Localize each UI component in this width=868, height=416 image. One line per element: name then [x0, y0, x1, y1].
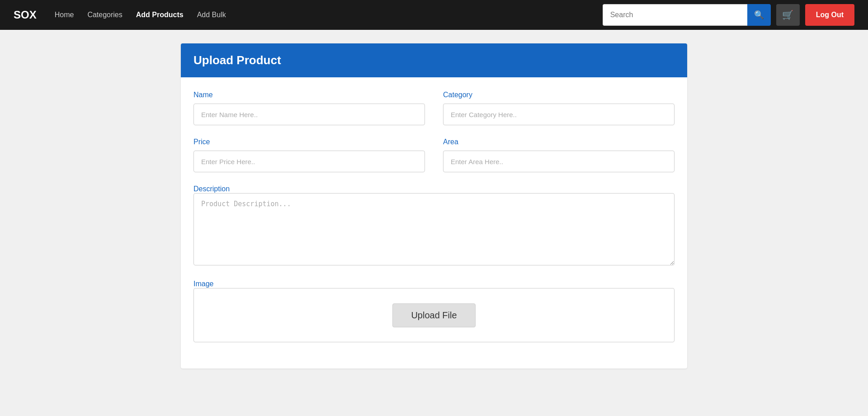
category-input[interactable] [443, 104, 675, 125]
nav-links: Home Categories Add Products Add Bulk [55, 11, 603, 19]
cart-icon: 🛒 [782, 9, 793, 20]
search-icon: 🔍 [754, 10, 764, 20]
area-input[interactable] [443, 151, 675, 172]
area-label: Area [443, 138, 675, 146]
name-input[interactable] [193, 104, 425, 125]
logout-button[interactable]: Log Out [805, 4, 854, 26]
form-group-name: Name [193, 91, 425, 125]
form-group-image: Image Upload File [193, 280, 675, 342]
navbar: SOX Home Categories Add Products Add Bul… [0, 0, 868, 30]
main-content: Upload Product Name Category Price [172, 43, 696, 369]
search-input[interactable] [603, 4, 747, 26]
nav-home[interactable]: Home [55, 11, 74, 19]
nav-add-products[interactable]: Add Products [136, 11, 184, 19]
price-label: Price [193, 138, 425, 146]
card-header: Upload Product [181, 43, 687, 77]
form-group-description: Description [193, 185, 675, 267]
form-row-name-category: Name Category [193, 91, 675, 125]
navbar-right: 🔍 🛒 Log Out [603, 4, 854, 26]
search-button[interactable]: 🔍 [747, 4, 771, 26]
nav-categories[interactable]: Categories [87, 11, 122, 19]
image-upload-area: Upload File [193, 288, 675, 342]
form-row-price-area: Price Area [193, 138, 675, 172]
upload-product-card: Upload Product Name Category Price [181, 43, 687, 369]
image-label: Image [193, 280, 213, 288]
price-input[interactable] [193, 151, 425, 172]
form-group-price: Price [193, 138, 425, 172]
nav-add-bulk[interactable]: Add Bulk [197, 11, 226, 19]
search-container: 🔍 [603, 4, 771, 26]
description-label: Description [193, 185, 230, 193]
form-group-category: Category [443, 91, 675, 125]
name-label: Name [193, 91, 425, 99]
upload-file-button[interactable]: Upload File [392, 303, 475, 327]
description-textarea[interactable] [193, 193, 675, 265]
category-label: Category [443, 91, 675, 99]
brand-logo: SOX [14, 9, 37, 21]
card-body: Name Category Price Area [181, 77, 687, 369]
form-group-area: Area [443, 138, 675, 172]
page-title: Upload Product [193, 53, 675, 67]
cart-button[interactable]: 🛒 [776, 4, 800, 26]
